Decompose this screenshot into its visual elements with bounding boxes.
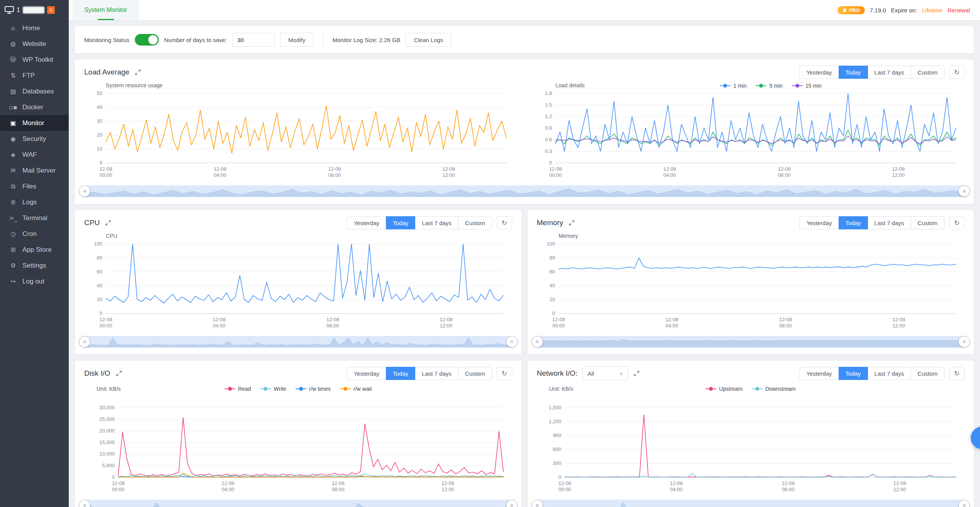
slider-handle-left[interactable]: ≡ [79, 185, 90, 197]
expand-icon[interactable] [134, 69, 141, 76]
sidebar-item-waf[interactable]: ◈WAF [0, 147, 69, 163]
slider-handle-right[interactable]: ≡ [958, 500, 970, 507]
interface-select[interactable]: All∨ [583, 366, 628, 380]
range-today-button[interactable]: Today [839, 216, 868, 229]
range-yesterday-button[interactable]: Yesterday [347, 216, 386, 229]
range-today-button[interactable]: Today [386, 216, 415, 229]
range-last7days-button[interactable]: Last 7 days [415, 367, 459, 380]
range-custom-button[interactable]: Custom [458, 216, 492, 229]
range-yesterday-button[interactable]: Yesterday [347, 367, 386, 380]
memory-plot[interactable]: 02040608010012-0800:0012-0804:0012-0808:… [537, 232, 965, 331]
pro-badge[interactable]: ♛PRO [837, 6, 865, 14]
expand-icon[interactable] [115, 370, 122, 377]
range-today-button[interactable]: Today [839, 367, 868, 380]
expand-icon[interactable] [633, 370, 640, 377]
slider-handle-right[interactable]: ≡ [958, 185, 970, 197]
range-custom-button[interactable]: Custom [910, 367, 944, 380]
monitoring-status-toggle[interactable] [135, 34, 159, 46]
sidebar-item-logs[interactable]: ≣Logs [0, 194, 69, 210]
range-custom-button[interactable]: Custom [458, 367, 492, 380]
sidebar-item-settings[interactable]: ⚙Settings [0, 258, 69, 273]
sidebar-item-terminal[interactable]: >_Terminal [0, 210, 69, 226]
sidebar-item-files[interactable]: ⧉Files [0, 178, 69, 194]
refresh-button[interactable]: ↻ [497, 216, 512, 229]
app-store-icon: ⊞ [8, 246, 18, 253]
range-yesterday-button[interactable]: Yesterday [799, 367, 839, 380]
sidebar-item-ftp[interactable]: ⇅FTP [0, 68, 69, 83]
svg-text:20,000: 20,000 [99, 428, 115, 434]
range-last7days-button[interactable]: Last 7 days [868, 216, 911, 229]
modify-button[interactable]: Modify [280, 33, 313, 47]
cpu-plot[interactable]: 02040608010012-0800:0012-0804:0012-0808:… [84, 232, 512, 331]
notification-badge[interactable]: 0 [47, 6, 55, 14]
range-yesterday-button[interactable]: Yesterday [799, 216, 839, 229]
sidebar-item-home[interactable]: ⌂Home [0, 20, 69, 36]
legend-item-rw-times[interactable]: r/w times [296, 386, 331, 392]
slider-handle-left[interactable]: ≡ [532, 336, 543, 348]
sidebar-item-logout[interactable]: ↪Log out [0, 273, 69, 289]
svg-text:12-08: 12-08 [549, 166, 562, 172]
clean-logs-button[interactable]: Clean Logs [406, 33, 451, 47]
sidebar-item-cron[interactable]: ◷Cron [0, 226, 69, 242]
cpu-time-range-slider[interactable]: ≡ ≡ [84, 336, 512, 348]
expand-icon[interactable] [568, 219, 575, 226]
expire-value[interactable]: Lifetime [922, 7, 943, 14]
renewal-link[interactable]: Renewal [948, 7, 970, 14]
slider-handle-right[interactable]: ≡ [958, 336, 970, 348]
load-time-range-slider[interactable]: ≡ ≡ [84, 185, 965, 197]
tab-system-monitor[interactable]: System Monitor [73, 0, 139, 20]
range-today-button[interactable]: Today [839, 66, 868, 79]
sidebar-item-label: App Store [22, 246, 52, 254]
disk-time-range-slider[interactable]: ≡ ≡ [84, 500, 512, 507]
sidebar-item-docker[interactable]: ▫▪Docker [0, 99, 69, 115]
days-to-save-input[interactable] [232, 33, 275, 47]
system-resource-usage-plot[interactable]: 0102030405012-0800:0012-0804:0012-0808:0… [84, 81, 515, 181]
range-yesterday-button[interactable]: Yesterday [799, 66, 839, 79]
refresh-button[interactable]: ↻ [949, 66, 965, 79]
legend-item-1min[interactable]: 1 min [720, 83, 747, 89]
slider-handle-left[interactable]: ≡ [79, 336, 90, 348]
range-today-button[interactable]: Today [386, 367, 415, 380]
network-time-range-slider[interactable]: ≡ ≡ [537, 500, 965, 507]
legend-item-downstream[interactable]: Downstream [752, 386, 796, 392]
range-custom-button[interactable]: Custom [910, 216, 944, 229]
range-last7days-button[interactable]: Last 7 days [868, 367, 911, 380]
slider-handle-right[interactable]: ≡ [506, 500, 518, 507]
memory-time-range-slider[interactable]: ≡ ≡ [537, 336, 965, 348]
legend-item-rw-wait[interactable]: r/w wait [340, 386, 372, 392]
refresh-button[interactable]: ↻ [949, 367, 965, 380]
legend-item-upstream[interactable]: Upstream [706, 386, 743, 392]
legend-label: Downstream [765, 386, 796, 392]
sidebar-item-label: Cron [22, 230, 37, 238]
logs-icon: ≣ [8, 198, 18, 206]
sidebar-item-app-store[interactable]: ⊞App Store [0, 242, 69, 258]
legend-item-5min[interactable]: 5 min [756, 83, 783, 89]
legend-item-write[interactable]: Write [260, 386, 286, 392]
disk-io-legend: Read Write r/w times r/w wait [224, 386, 372, 392]
legend-item-read[interactable]: Read [224, 386, 251, 392]
range-custom-button[interactable]: Custom [910, 66, 944, 79]
expand-icon[interactable] [105, 219, 112, 226]
sidebar-item-mail-server[interactable]: ✉Mail Server [0, 163, 69, 178]
load-average-card: Load Average Yesterday Today Last 7 days… [75, 59, 974, 204]
slider-handle-right[interactable]: ≡ [506, 336, 518, 348]
load-details-legend: 1 min 5 min 15 min [720, 83, 822, 89]
sidebar-item-monitor[interactable]: ▣Monitor [0, 115, 69, 131]
refresh-button[interactable]: ↻ [949, 216, 965, 229]
handle-grip-icon: ≡ [963, 188, 966, 194]
load-details-plot[interactable]: 00.30.60.91.21.51.812-0800:0012-0804:001… [534, 81, 965, 181]
disk-io-plot[interactable]: 05,00010,00015,00020,00025,00030,00012-0… [84, 395, 512, 495]
range-last7days-button[interactable]: Last 7 days [868, 66, 911, 79]
svg-text:00:00: 00:00 [558, 487, 571, 492]
range-last7days-button[interactable]: Last 7 days [415, 216, 459, 229]
app-logo[interactable]: 1 0 [0, 0, 69, 20]
sidebar-item-security[interactable]: ◉Security [0, 131, 69, 147]
sidebar-item-website[interactable]: ◍Website [0, 36, 69, 52]
network-io-plot[interactable]: 03006009001,2001,50012-0800:0012-0804:00… [537, 395, 965, 495]
sidebar-item-wp-toolkit[interactable]: ⓌWP Toolkit [0, 52, 69, 68]
databases-icon: ▤ [8, 88, 18, 95]
sidebar-item-databases[interactable]: ▤Databases [0, 83, 69, 99]
legend-item-15min[interactable]: 15 min [792, 83, 822, 89]
wp-toolkit-icon: Ⓦ [8, 56, 18, 64]
refresh-button[interactable]: ↻ [497, 367, 512, 380]
